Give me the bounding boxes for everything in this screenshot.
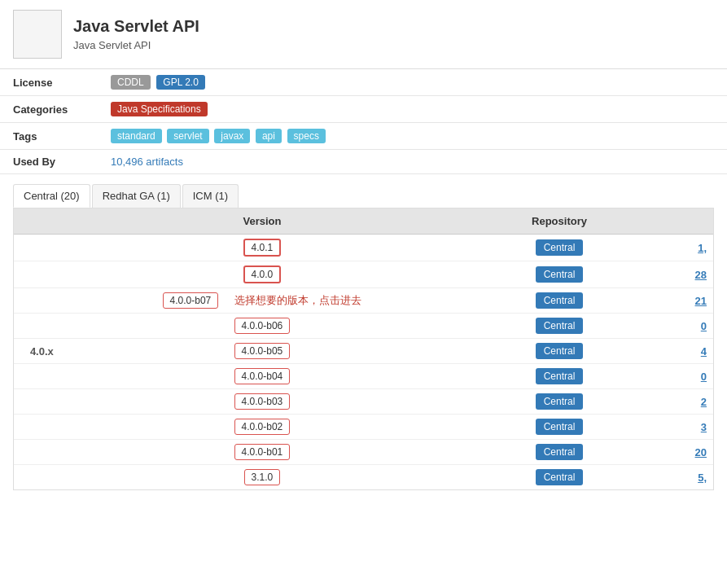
table-row: 4.0.1Central1,: [14, 235, 713, 261]
col-group-header: [14, 208, 70, 235]
categories-row: Categories Java Specifications: [0, 96, 727, 123]
tags-label: Tags: [0, 123, 98, 150]
categories-values: Java Specifications: [98, 96, 727, 123]
count-cell: 1,: [664, 235, 713, 261]
version-group-cell: [14, 288, 70, 314]
header-section: Java Servlet API Java Servlet API: [0, 0, 727, 69]
version-group-cell: [14, 261, 70, 288]
tag-specs[interactable]: specs: [287, 129, 326, 143]
tab-icm[interactable]: ICM (1): [182, 184, 239, 208]
artifact-icon: [13, 10, 62, 59]
version-group-cell: [14, 440, 70, 465]
count-cell: 4: [664, 339, 713, 364]
table-row: 3.1.0Central5,: [14, 465, 713, 490]
header-text: Java Servlet API Java Servlet API: [73, 17, 199, 51]
version-group-cell: [14, 465, 70, 490]
version-hint-text: 选择想要的版本，点击进去: [234, 293, 361, 308]
repo-badge: Central: [536, 444, 584, 460]
version-hint-wrapper: 4.0.0-b07选择想要的版本，点击进去: [78, 292, 446, 309]
table-row: 4.0.x4.0.0-b05Central4: [14, 339, 713, 364]
repo-badge: Central: [536, 239, 584, 256]
version-link[interactable]: 4.0.0-b07: [163, 292, 219, 309]
repo-cell: Central: [454, 389, 664, 415]
version-link[interactable]: 4.0.0-b06: [234, 318, 291, 334]
tag-api[interactable]: api: [256, 129, 282, 143]
tab-central[interactable]: Central (20): [13, 184, 90, 208]
table-row: 4.0.0-b07选择想要的版本，点击进去Central21: [14, 288, 713, 314]
count-link[interactable]: 5,: [698, 472, 707, 484]
count-cell: 21: [664, 288, 713, 314]
license-gpl-badge: GPL 2.0: [156, 75, 205, 90]
repo-badge: Central: [536, 318, 584, 334]
version-cell: 4.0.0-b02: [70, 415, 454, 440]
license-values: CDDL GPL 2.0: [98, 69, 727, 96]
version-cell: 4.0.0-b07选择想要的版本，点击进去: [70, 288, 454, 314]
count-cell: 2: [664, 389, 713, 415]
repo-badge: Central: [536, 292, 584, 309]
used-by-row: Used By 10,496 artifacts: [0, 150, 727, 174]
col-repo-header: Repository: [454, 208, 664, 235]
col-count-header: [664, 208, 713, 235]
col-version-header: Version: [70, 208, 454, 235]
tag-javax[interactable]: javax: [214, 129, 250, 143]
repo-cell: Central: [454, 440, 664, 465]
artifact-subtitle: Java Servlet API: [73, 39, 199, 51]
category-java-specs-badge[interactable]: Java Specifications: [111, 102, 208, 116]
repo-cell: Central: [454, 415, 664, 440]
versions-table-header: Version Repository: [14, 208, 713, 235]
count-link[interactable]: 21: [695, 295, 707, 307]
repo-badge: Central: [536, 419, 584, 435]
count-link[interactable]: 2: [701, 396, 707, 408]
table-row: 4.0.0-b04Central0: [14, 364, 713, 389]
version-cell: 4.0.0: [70, 261, 454, 288]
versions-container: Version Repository 4.0.1Central1,4.0.0Ce…: [13, 208, 714, 490]
license-label: License: [0, 69, 98, 96]
version-group-cell: [14, 389, 70, 415]
version-link[interactable]: 4.0.0-b05: [234, 343, 291, 359]
version-link[interactable]: 4.0.0-b04: [234, 368, 291, 384]
categories-label: Categories: [0, 96, 98, 123]
repo-badge: Central: [536, 343, 584, 359]
tag-servlet[interactable]: servlet: [167, 129, 208, 143]
count-link[interactable]: 4: [701, 345, 707, 358]
repo-cell: Central: [454, 465, 664, 490]
count-link[interactable]: 0: [701, 371, 707, 383]
count-link[interactable]: 1,: [698, 242, 707, 254]
license-cddl-badge: CDDL: [111, 75, 151, 90]
version-group-cell: [14, 235, 70, 261]
count-link[interactable]: 3: [701, 421, 707, 433]
version-link[interactable]: 4.0.0-b03: [234, 393, 291, 410]
count-link[interactable]: 28: [695, 269, 707, 281]
tag-standard[interactable]: standard: [111, 129, 162, 143]
count-cell: 3: [664, 415, 713, 440]
version-link[interactable]: 3.1.0: [244, 469, 281, 485]
version-cell: 4.0.0-b01: [70, 440, 454, 465]
repo-cell: Central: [454, 339, 664, 364]
repo-cell: Central: [454, 288, 664, 314]
version-link[interactable]: 4.0.1: [243, 239, 282, 257]
version-cell: 4.0.0-b03: [70, 389, 454, 415]
tags-row: Tags standard servlet javax api specs: [0, 123, 727, 150]
version-group-cell: [14, 314, 70, 339]
count-cell: 0: [664, 314, 713, 339]
repo-badge: Central: [536, 469, 584, 485]
version-link[interactable]: 4.0.0-b02: [234, 419, 291, 435]
version-link[interactable]: 4.0.0-b01: [234, 444, 291, 460]
header-row: Version Repository: [14, 208, 713, 235]
table-row: 4.0.0-b02Central3: [14, 415, 713, 440]
count-link[interactable]: 20: [695, 446, 707, 459]
artifact-title: Java Servlet API: [73, 17, 199, 36]
version-link[interactable]: 4.0.0: [243, 265, 282, 283]
version-cell: 4.0.0-b06: [70, 314, 454, 339]
repo-badge: Central: [536, 393, 584, 410]
versions-tbody: 4.0.1Central1,4.0.0Central284.0.0-b07选择想…: [14, 235, 713, 490]
used-by-value: 10,496 artifacts: [98, 150, 727, 174]
count-link[interactable]: 0: [701, 320, 707, 332]
tab-redhat[interactable]: Redhat GA (1): [92, 184, 181, 208]
repo-cell: Central: [454, 261, 664, 288]
table-row: 4.0.0Central28: [14, 261, 713, 288]
used-by-label: Used By: [0, 150, 98, 174]
versions-table: Version Repository 4.0.1Central1,4.0.0Ce…: [14, 208, 713, 489]
used-by-link[interactable]: 10,496 artifacts: [111, 156, 183, 168]
count-cell: 5,: [664, 465, 713, 490]
